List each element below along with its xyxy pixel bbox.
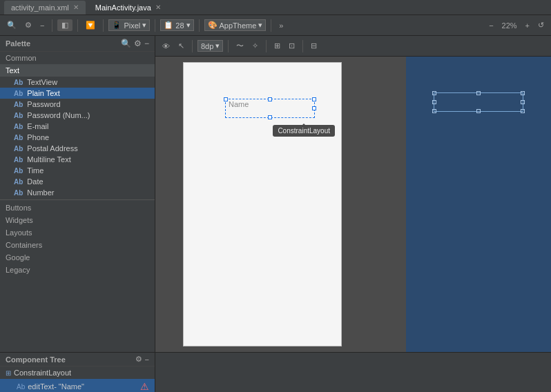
palette-category-google[interactable]: Google [0, 251, 155, 264]
palette-category-buttons[interactable]: Buttons [0, 202, 155, 214]
canvas-container[interactable]: Name ConstraintLayout [155, 57, 551, 352]
toolbar-sep2 [228, 40, 229, 52]
layout-container: Palette 🔍 ⚙ − Common Text Ab TextView Ab [0, 36, 551, 352]
settings-button[interactable]: ⚙ [22, 19, 35, 31]
toolbar-separator5 [199, 19, 200, 32]
zoom-out-button[interactable]: − [486, 20, 496, 31]
handle-tm[interactable] [268, 97, 272, 101]
zoom-in-button[interactable]: + [523, 20, 532, 31]
item-label: Multiline Text [27, 155, 70, 164]
toolbar-separator [52, 19, 52, 32]
blue-handle-bl [432, 109, 436, 113]
component-tree-settings-button[interactable]: ⚙ [135, 355, 142, 364]
chevron-down-icon: ▾ [142, 21, 146, 30]
component-tree-item-edittext[interactable]: Ab editText- "Name" ⚠ [0, 379, 155, 392]
margin-label: 8dp [201, 42, 213, 50]
category-label: Common [6, 54, 37, 62]
minimize-button[interactable]: − [37, 20, 47, 31]
tab-mainactivity-java[interactable]: MainActivity.java ✕ [88, 1, 168, 14]
tab-close-icon[interactable]: ✕ [155, 3, 161, 11]
item-label: TextView [27, 78, 57, 86]
search-button[interactable]: 🔍 [4, 19, 19, 31]
chevron-icon: ▾ [215, 41, 220, 50]
palette-item-email[interactable]: Ab E-mail [0, 121, 155, 132]
palette-item-number[interactable]: Ab Number [0, 187, 155, 198]
phone-preview: Name ConstraintLayout [183, 62, 342, 346]
palette-item-textview[interactable]: Ab TextView [0, 77, 155, 88]
cursor-button[interactable]: ↖ [175, 40, 187, 52]
ab-icon: Ab [14, 156, 23, 164]
align-button[interactable]: ⊞ [271, 40, 283, 52]
palette-item-password[interactable]: Ab Password [0, 99, 155, 110]
tab-activity-xml[interactable]: activity_main.xml ✕ [4, 1, 86, 14]
toolbar-sep3 [266, 40, 267, 52]
device-dropdown[interactable]: 📱 Pixel ▾ [108, 19, 150, 31]
palette-category-containers[interactable]: Containers [0, 239, 155, 251]
palette-title: Palette [6, 39, 30, 48]
component-tree-title: Component Tree [6, 355, 66, 364]
palette-item-plaintext[interactable]: Ab Plain Text [0, 88, 155, 99]
api-dropdown[interactable]: 📋 28 ▾ [160, 19, 193, 31]
design-area: 👁 ↖ 8dp ▾ 〜 ✧ ⊞ ⊡ ⊟ Name [155, 36, 551, 352]
ab-icon: Ab [14, 90, 23, 97]
edittext-widget[interactable]: Name ConstraintLayout [225, 99, 315, 118]
ab-icon: Ab [14, 123, 23, 130]
design-toggle[interactable]: ◧ [57, 19, 72, 31]
palette-minimize-button[interactable]: − [144, 39, 149, 48]
tab-close-icon[interactable]: ✕ [73, 3, 79, 11]
palette-divider [0, 199, 155, 200]
toolbar-separator2 [77, 19, 78, 32]
category-label: Buttons [6, 204, 31, 212]
handle-tl[interactable] [224, 97, 228, 101]
blue-handle-tr [521, 91, 525, 95]
palette-category-legacy[interactable]: Legacy [0, 264, 155, 276]
filter-button[interactable]: 🔽 [83, 19, 98, 31]
tab-label: MainActivity.java [95, 3, 151, 12]
palette-category-common[interactable]: Common [0, 52, 155, 64]
ab-icon: Ab [14, 189, 23, 197]
handle-tr[interactable] [312, 97, 316, 101]
palette-category-text[interactable]: Text [0, 64, 155, 77]
component-tree-minimize-button[interactable]: − [145, 355, 149, 364]
refresh-button[interactable]: ↺ [535, 19, 547, 31]
item-label: Phone [27, 133, 49, 141]
api-label: 28 [175, 21, 184, 30]
pack-button[interactable]: ⊡ [286, 40, 298, 52]
chevron-down-icon3: ▾ [258, 21, 262, 30]
handle-bm[interactable] [268, 115, 272, 119]
item-label: ConstraintLayout [14, 369, 71, 377]
category-label: Layouts [6, 228, 32, 237]
theme-icon: 🎨 [208, 21, 218, 30]
palette-item-postal[interactable]: Ab Postal Address [0, 143, 155, 154]
palette-item-time[interactable]: Ab Time [0, 165, 155, 176]
ab-icon: Ab [14, 145, 23, 153]
palette-category-layouts[interactable]: Layouts [0, 226, 155, 239]
palette-search-button[interactable]: 🔍 [121, 39, 131, 48]
palette-panel: Palette 🔍 ⚙ − Common Text Ab TextView Ab [0, 36, 155, 352]
blue-handle-br [521, 109, 525, 113]
palette-item-date[interactable]: Ab Date [0, 176, 155, 187]
properties-area [155, 353, 551, 392]
path-button[interactable]: 〜 [233, 39, 246, 52]
item-label: Time [27, 166, 44, 175]
tooltip-label: ConstraintLayout [278, 127, 330, 135]
category-label: Google [6, 253, 30, 262]
more-options-button[interactable]: » [276, 20, 286, 31]
palette-item-phone[interactable]: Ab Phone [0, 132, 155, 143]
theme-dropdown[interactable]: 🎨 AppTheme ▾ [204, 19, 267, 31]
magic-button[interactable]: ✧ [249, 40, 261, 52]
edittext-label: Name [226, 100, 249, 108]
palette-settings-button[interactable]: ⚙ [134, 39, 142, 48]
palette-item-passwordnum[interactable]: Ab Password (Num...) [0, 110, 155, 121]
margin-tools-button[interactable]: ⊟ [308, 40, 320, 52]
margin-dropdown[interactable]: 8dp ▾ [197, 40, 223, 52]
palette-category-widgets[interactable]: Widgets [0, 214, 155, 226]
component-tree-item-constraintlayout[interactable]: ⊞ ConstraintLayout [0, 366, 155, 379]
item-label: Date [27, 177, 43, 186]
palette-item-multiline[interactable]: Ab Multiline Text [0, 154, 155, 165]
theme-label: AppTheme [220, 21, 257, 30]
eye-button[interactable]: 👁 [160, 41, 173, 52]
blue-handle-ml [432, 100, 436, 104]
ab-icon: Ab [14, 101, 23, 108]
handle-mr[interactable] [312, 106, 316, 110]
